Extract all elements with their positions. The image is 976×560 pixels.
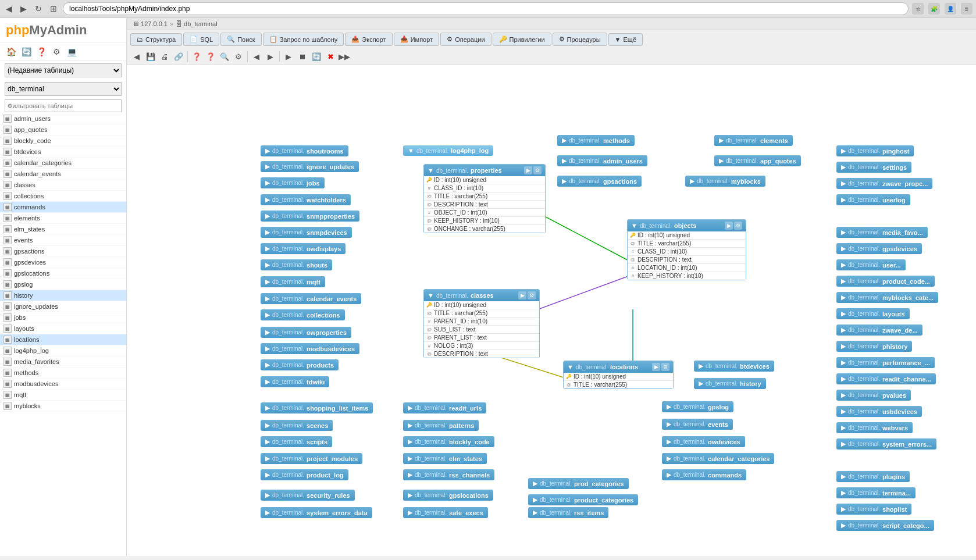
table-system-errors[interactable]: ▶db_terminal.system_errors... <box>836 438 936 450</box>
table-locations[interactable]: ▼ db_terminal. locations ▶ ⚙ 🔑ID : int(1… <box>563 361 674 389</box>
db-select[interactable]: db_terminal <box>5 82 122 96</box>
table-owproperties[interactable]: ▶db_terminal.owproperties <box>261 327 351 338</box>
table-settings-btn[interactable]: ⚙ <box>528 291 536 299</box>
forward-button[interactable]: ▶ <box>18 3 29 15</box>
toolbar-help-btn[interactable]: ❓ <box>190 50 203 63</box>
toolbar-config-btn[interactable]: ⚙ <box>232 50 245 63</box>
table-ignore-updates[interactable]: ▶db_terminal.ignore_updates <box>261 161 359 172</box>
table-gpslog[interactable]: ▶db_terminal.gpslog <box>662 401 733 412</box>
list-item[interactable]: ▤classes <box>0 180 126 191</box>
table-zwave-prope[interactable]: ▶db_terminal.zwave_prope... <box>836 178 932 189</box>
toolbar-link-btn[interactable]: 🔗 <box>172 50 185 63</box>
list-item[interactable]: ▤collections <box>0 191 126 202</box>
url-bar[interactable] <box>63 2 909 15</box>
table-product-log[interactable]: ▶db_terminal.product_log <box>261 469 348 480</box>
table-btdevices-r[interactable]: ▶db_terminal.btdevices <box>694 361 774 372</box>
list-item[interactable]: ▤log4php_log <box>0 345 126 356</box>
list-item[interactable]: ▤history <box>0 290 126 301</box>
list-item[interactable]: ▤ignore_updates <box>0 301 126 312</box>
table-commands[interactable]: ▶db_terminal.commands <box>662 469 746 480</box>
toolbar-help2-btn[interactable]: ❓ <box>204 50 217 63</box>
table-system-errors-data[interactable]: ▶db_terminal.system_errors_data <box>261 507 372 518</box>
table-elements[interactable]: ▶db_terminal.elements <box>714 135 793 146</box>
table-product-code[interactable]: ▶db_terminal.product_code... <box>836 276 935 287</box>
list-item[interactable]: ▤admin_users <box>0 113 126 124</box>
tab-search[interactable]: 🔍Поиск <box>220 33 261 46</box>
toolbar-stop-btn[interactable]: ⏹ <box>296 50 309 63</box>
table-history-r[interactable]: ▶db_terminal.history <box>694 378 766 389</box>
list-item[interactable]: ▤gpslog <box>0 279 126 290</box>
table-products[interactable]: ▶db_terminal.products <box>261 359 339 370</box>
table-scripts[interactable]: ▶db_terminal.scripts <box>261 436 332 447</box>
grid-button[interactable]: ⊞ <box>48 3 59 15</box>
table-zwave-de[interactable]: ▶db_terminal.zwave_de... <box>836 324 922 336</box>
tab-sql[interactable]: 📄SQL <box>183 33 219 46</box>
table-collections[interactable]: ▶db_terminal.collections <box>261 309 345 320</box>
tab-structure[interactable]: 🗂Структура <box>130 33 182 46</box>
list-item[interactable]: ▤calendar_events <box>0 169 126 180</box>
back-button[interactable]: ◀ <box>3 3 15 15</box>
table-layouts-r[interactable]: ▶db_terminal.layouts <box>836 308 910 319</box>
table-calendar-categories[interactable]: ▶db_terminal.calendar_categories <box>662 453 774 464</box>
list-item[interactable]: ▤blockly_code <box>0 135 126 147</box>
list-item[interactable]: ▤methods <box>0 368 126 379</box>
table-settings-btn[interactable]: ⚙ <box>734 222 742 230</box>
table-gpsactions[interactable]: ▶db_terminal.gpsactions <box>557 176 642 187</box>
toolbar-forward2-btn[interactable]: ▶▶ <box>338 50 351 63</box>
table-elm-states[interactable]: ▶db_terminal.elm_states <box>403 453 487 464</box>
tab-procedures[interactable]: ⚙Процедуры <box>553 33 607 46</box>
table-events[interactable]: ▶db_terminal.events <box>662 419 733 430</box>
list-item[interactable]: ▤calendar_categories <box>0 158 126 169</box>
table-patterns[interactable]: ▶db_terminal.patterns <box>403 420 479 431</box>
table-shoutrooms[interactable]: ▶db_terminal.shoutrooms <box>261 145 348 156</box>
table-objects-header[interactable]: ▼ db_terminal. objects ▶ ⚙ <box>628 220 746 231</box>
table-rss-items[interactable]: ▶db_terminal.rss_items <box>528 507 608 518</box>
toolbar-prev-btn[interactable]: ◀ <box>250 50 263 63</box>
tab-export[interactable]: 📤Экспорт <box>345 33 392 46</box>
list-item[interactable]: ▤gpsactions <box>0 246 126 257</box>
table-classes-header[interactable]: ▼ db_terminal. classes ▶ ⚙ <box>424 290 539 301</box>
table-termina[interactable]: ▶db_terminal.termina... <box>836 487 916 498</box>
table-performance[interactable]: ▶db_terminal.performance_... <box>836 357 935 368</box>
list-item[interactable]: ▤elements <box>0 213 126 224</box>
table-readit-channe[interactable]: ▶db_terminal.readit_channe... <box>836 373 936 384</box>
table-userlog[interactable]: ▶db_terminal.userlog <box>836 194 910 205</box>
table-gpsdevices-r[interactable]: ▶db_terminal.gpsdevices <box>836 243 922 254</box>
table-pinghost[interactable]: ▶db_terminal.pinghost <box>836 145 914 156</box>
table-modbusdevices[interactable]: ▶db_terminal.modbusdevices <box>261 343 359 354</box>
table-properties[interactable]: ▼ db_terminal. properties ▶ ⚙ 🔑ID : int(… <box>423 164 546 233</box>
list-item[interactable]: ▤events <box>0 235 126 246</box>
table-rss-channels[interactable]: ▶db_terminal.rss_channels <box>403 469 494 480</box>
table-settings[interactable]: ▶db_terminal.settings <box>836 162 911 173</box>
list-item[interactable]: ▤elm_states <box>0 224 126 235</box>
table-view-btn[interactable]: ▶ <box>524 166 532 174</box>
list-item[interactable]: ▤mqtt <box>0 390 126 401</box>
table-phistory[interactable]: ▶db_terminal.phistory <box>836 341 912 352</box>
table-myblocks-cate[interactable]: ▶db_terminal.myblocks_cate... <box>836 292 938 303</box>
list-item[interactable]: ▤jobs <box>0 312 126 323</box>
table-media-favo[interactable]: ▶db_terminal.media_favo... <box>836 227 928 238</box>
table-app-quotes[interactable]: ▶db_terminal.app_quotes <box>714 155 801 166</box>
list-item[interactable]: ▤layouts <box>0 323 126 334</box>
table-product-categories[interactable]: ▶db_terminal.product_categories <box>528 494 638 505</box>
toolbar-print-btn[interactable]: 🖨 <box>158 50 171 63</box>
list-item[interactable]: ▤app_quotes <box>0 124 126 135</box>
table-log4php-log[interactable]: ▼db_terminal.log4php_log <box>403 145 493 156</box>
toolbar-back-btn[interactable]: ◀ <box>130 50 143 63</box>
table-pvalues[interactable]: ▶db_terminal.pvalues <box>836 390 911 401</box>
table-scenes[interactable]: ▶db_terminal.scenes <box>261 420 333 431</box>
tab-privileges[interactable]: 🔑Привилегии <box>493 33 551 46</box>
diagram-area[interactable]: ▶db_terminal.shoutrooms ▼db_terminal.log… <box>127 65 976 556</box>
table-security-rules[interactable]: ▶db_terminal.security_rules <box>261 490 355 501</box>
refresh-db-button[interactable]: 🔄 <box>20 45 33 58</box>
table-project-modules[interactable]: ▶db_terminal.project_modules <box>261 453 362 464</box>
table-jobs[interactable]: ▶db_terminal.jobs <box>261 177 325 188</box>
list-item[interactable]: ▤btdevices <box>0 147 126 158</box>
list-item[interactable]: ▤myblocks <box>0 401 126 412</box>
table-script-catego[interactable]: ▶db_terminal.script_catego... <box>836 520 934 531</box>
table-user-r[interactable]: ▶db_terminal.user... <box>836 259 906 270</box>
table-shoplist[interactable]: ▶db_terminal.shoplist <box>836 504 911 515</box>
table-shopping-list-items[interactable]: ▶db_terminal.shopping_list_items <box>261 402 373 413</box>
tab-import[interactable]: 📥Импорт <box>394 33 439 46</box>
table-blockly-code[interactable]: ▶db_terminal.blockly_code <box>403 436 494 447</box>
